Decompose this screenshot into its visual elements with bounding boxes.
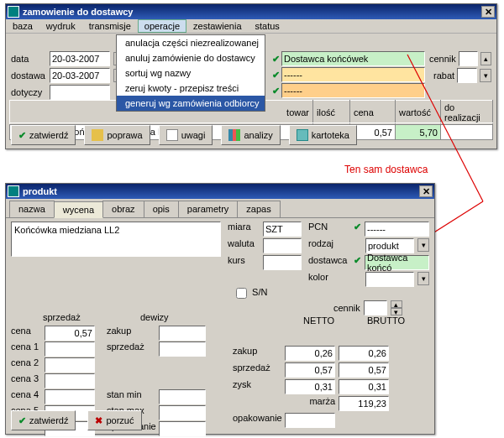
- field-dev-sprzedaz[interactable]: [159, 342, 206, 357]
- col-doreal: do realizacji: [441, 101, 493, 125]
- stepper-down-icon[interactable]: ▾: [391, 308, 402, 315]
- tab-parametry[interactable]: parametry: [178, 201, 239, 217]
- lbl-kurs: kurs: [228, 255, 258, 270]
- field-cennik[interactable]: [459, 51, 478, 66]
- analizy-button[interactable]: analizy: [221, 125, 280, 145]
- field-nb-opak[interactable]: [285, 413, 335, 428]
- sysmenu-icon[interactable]: [8, 185, 19, 197]
- field-miara[interactable]: SZT: [263, 222, 302, 237]
- check-icon: ✔: [18, 130, 26, 141]
- col-ilosc: ilość: [313, 101, 350, 125]
- field-dostawca[interactable]: Dostawca końcó: [365, 255, 429, 270]
- lbl-dotyczy: dotyczy: [11, 87, 46, 97]
- note-icon: [166, 129, 178, 141]
- order-titlebar: zamowienie do dostawcy ✕: [6, 4, 496, 19]
- field-marza[interactable]: 119,23: [339, 396, 389, 411]
- field-stanmax[interactable]: [159, 405, 206, 420]
- check-icon[interactable]: ✔: [272, 54, 280, 65]
- cennik-stepper-up-icon[interactable]: ▴: [480, 52, 491, 65]
- lbl-sn: S/N: [252, 287, 267, 297]
- lbl-data: data: [11, 54, 46, 64]
- field-kolor[interactable]: [365, 272, 414, 287]
- kartoteka-button[interactable]: kartoteka: [289, 125, 357, 145]
- field-rabat[interactable]: [457, 68, 477, 83]
- x-icon: ✖: [95, 415, 102, 426]
- close-icon[interactable]: ✕: [481, 6, 495, 18]
- dd-anulacja[interactable]: anulacja części niezrealizowanej: [117, 35, 265, 50]
- menu-status[interactable]: status: [249, 19, 286, 33]
- annotation-text: Ten sam dostawca: [344, 164, 428, 175]
- check-icon[interactable]: ✔: [272, 70, 280, 81]
- field-sprzedaz-netto[interactable]: 0,57: [285, 362, 335, 378]
- folder-icon: [92, 129, 103, 141]
- sn-checkbox[interactable]: [236, 288, 247, 299]
- lbl-marza: marża: [302, 396, 335, 411]
- field-cena1[interactable]: [45, 342, 95, 357]
- dd-zeruj[interactable]: zeruj kwoty - przepisz treści: [117, 81, 265, 96]
- zatwierdz-button[interactable]: ✔zatwierdź: [11, 410, 76, 430]
- operacje-dropdown: anulacja części niezrealizowanej anuluj …: [116, 34, 265, 112]
- field-cena4[interactable]: [45, 389, 95, 404]
- close-icon[interactable]: ✕: [419, 185, 433, 197]
- field-opak[interactable]: [159, 421, 206, 436]
- grp-brutto: BRUTTO: [367, 315, 405, 326]
- tab-nazwa[interactable]: nazwa: [9, 201, 55, 217]
- field-zysk-netto[interactable]: 0,31: [285, 379, 335, 394]
- field-cena2[interactable]: [45, 357, 95, 373]
- lbl-nb-zysk: zysk: [233, 379, 281, 394]
- field-data[interactable]: 20-03-2007: [50, 51, 110, 66]
- menu-wydruk[interactable]: wydruk: [39, 19, 82, 33]
- lbl-cennik2: cennik: [333, 303, 360, 313]
- sysmenu-icon[interactable]: [8, 6, 19, 18]
- supplier-row-2[interactable]: ------: [281, 67, 425, 82]
- tab-obraz[interactable]: obraz: [102, 201, 144, 217]
- field-zakup-brutto[interactable]: 0,26: [339, 346, 389, 361]
- check-icon[interactable]: ✔: [272, 86, 280, 96]
- kolor-dd-icon[interactable]: ▾: [417, 272, 429, 285]
- lbl-rabat: rabat: [433, 70, 454, 81]
- menu-transmisje[interactable]: transmisje: [82, 19, 138, 33]
- field-zakup-netto[interactable]: 0,26: [285, 346, 335, 361]
- tab-zapas[interactable]: zapas: [237, 201, 280, 217]
- field-waluta[interactable]: [263, 238, 302, 253]
- product-name-box: Końcówka miedziana LL2: [11, 222, 221, 257]
- supplier-row-3[interactable]: ------: [281, 83, 425, 98]
- dd-sortuj[interactable]: sortuj wg nazwy: [117, 65, 265, 81]
- dd-generuj[interactable]: generuj wg zamówienia odbiorcy: [117, 96, 265, 111]
- zatwierdz-button[interactable]: ✔zatwierdź: [11, 125, 76, 145]
- field-zysk-brutto[interactable]: 0,31: [339, 379, 389, 394]
- field-dev-zakup[interactable]: [159, 326, 206, 341]
- cennik-stepper-down-icon[interactable]: ▾: [480, 69, 491, 82]
- col-cena: cena: [350, 101, 396, 125]
- lbl-dostawca: dostawca: [308, 255, 350, 270]
- supplier-row-1[interactable]: Dostawca końcówek: [281, 51, 425, 66]
- dd-anuluj[interactable]: anuluj zamówienie do dostawcy: [117, 50, 265, 65]
- field-rodzaj[interactable]: produkt: [365, 238, 414, 253]
- rodzaj-dd-icon[interactable]: ▾: [417, 238, 429, 252]
- field-sprzedaz-brutto[interactable]: 0,57: [339, 362, 389, 378]
- menu-baza[interactable]: baza: [6, 19, 39, 33]
- field-dostawa[interactable]: 20-03-2007: [50, 68, 110, 83]
- porzuc-button[interactable]: ✖porzuć: [87, 410, 141, 430]
- col-towar: towar: [286, 107, 309, 117]
- poprawa-button[interactable]: poprawa: [84, 125, 150, 145]
- lbl-dostawa: dostawa: [11, 70, 46, 81]
- lbl-nb-opak: opakowanie: [233, 413, 281, 428]
- field-cennik2[interactable]: [364, 300, 387, 315]
- lbl-rodzaj: rodzaj: [308, 238, 350, 253]
- uwagi-button[interactable]: uwagi: [159, 125, 213, 145]
- field-pcn[interactable]: ------: [365, 222, 429, 237]
- tab-opis[interactable]: opis: [144, 201, 179, 217]
- field-kurs[interactable]: [263, 255, 302, 270]
- check-icon[interactable]: ✔: [354, 255, 361, 270]
- menu-operacje[interactable]: operacje: [138, 19, 186, 33]
- field-cena3[interactable]: [45, 373, 95, 388]
- field-stanmin[interactable]: [159, 389, 206, 404]
- menu-zestawienia[interactable]: zestawienia: [186, 19, 248, 33]
- tab-wycena[interactable]: wycena: [54, 201, 103, 218]
- field-dotyczy[interactable]: [50, 85, 110, 100]
- check-icon[interactable]: ✔: [354, 222, 361, 237]
- lbl-cena1: cena 1: [11, 342, 41, 357]
- field-cena[interactable]: 0,57: [45, 326, 95, 341]
- check-icon: ✔: [18, 415, 26, 426]
